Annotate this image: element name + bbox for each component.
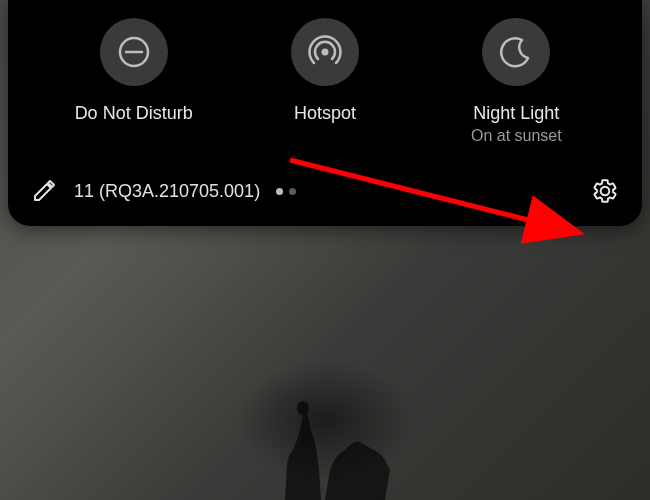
page-dot-active	[276, 188, 283, 195]
svg-point-0	[297, 401, 309, 415]
edit-button[interactable]	[32, 179, 56, 203]
panel-footer: 11 (RQ3A.210705.001)	[8, 166, 642, 210]
page-indicator	[276, 188, 296, 195]
wallpaper-silhouette	[225, 370, 425, 500]
settings-button[interactable]	[592, 178, 618, 204]
night-light-icon	[482, 18, 550, 86]
tile-row: Do Not Disturb Hotspot Night Light On at…	[8, 18, 642, 146]
page-dot	[289, 188, 296, 195]
tile-sublabel: On at sunset	[471, 126, 562, 146]
tile-hotspot[interactable]: Hotspot	[250, 18, 400, 146]
build-text: 11 (RQ3A.210705.001)	[74, 181, 260, 202]
hotspot-icon	[291, 18, 359, 86]
tile-night-light[interactable]: Night Light On at sunset	[441, 18, 591, 146]
quick-settings-panel: Do Not Disturb Hotspot Night Light On at…	[8, 0, 642, 226]
tile-do-not-disturb[interactable]: Do Not Disturb	[59, 18, 209, 146]
tile-label: Hotspot	[294, 102, 356, 124]
svg-point-3	[321, 49, 328, 56]
tile-label: Do Not Disturb	[75, 102, 193, 124]
dnd-icon	[100, 18, 168, 86]
tile-label: Night Light	[473, 102, 559, 124]
